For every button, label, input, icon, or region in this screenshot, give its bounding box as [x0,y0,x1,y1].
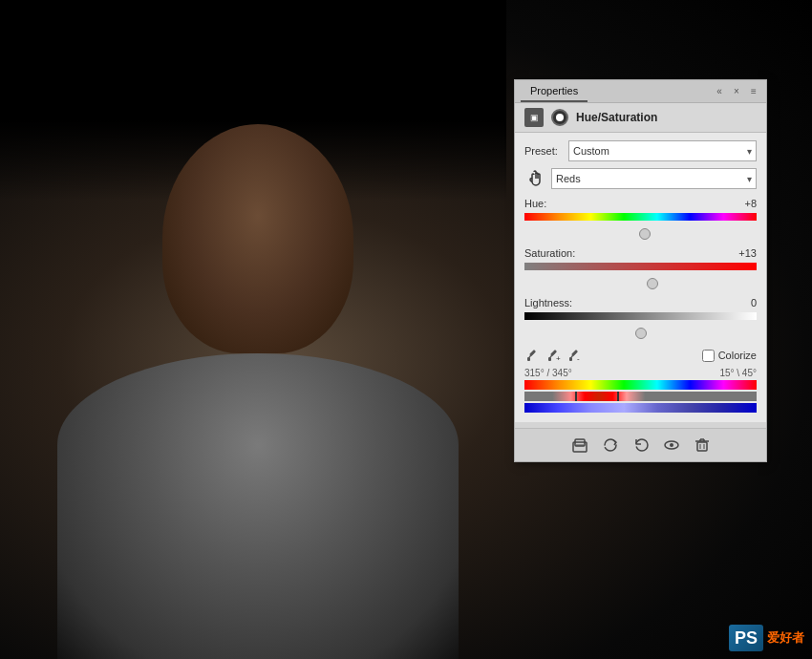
saturation-track-container[interactable] [524,263,757,278]
svg-rect-4 [548,357,551,361]
saturation-label: Saturation: [524,247,575,259]
adjustment-icon: ▣ [524,108,544,127]
color-bars-section: 315° / 345° 15° \ 45° [524,368,757,413]
watermark-site-text: 爱好者 [767,629,804,647]
hue-label: Hue: [524,198,546,209]
lightness-value: 0 [728,297,757,308]
saturation-thumb-container [524,278,757,289]
delete-button[interactable] [692,435,713,456]
watermark-ps-logo: PS [729,625,763,651]
channel-select-wrapper: Reds Yellows Greens Cyans Blues Magentas [551,168,757,189]
subtract-eyedropper-button[interactable]: - [566,347,584,364]
range-label-left: 315° / 345° [524,368,572,378]
hue-track [524,213,757,221]
undo-button[interactable] [630,435,652,456]
blue-spectrum-bar [524,403,757,413]
reset-view-button[interactable] [600,435,621,456]
panel-titlebar: Properties « × ≡ [515,80,766,103]
saturation-value: +13 [728,247,757,259]
saturation-track [524,263,757,270]
lightness-thumb-container [524,328,757,339]
visibility-icon[interactable] [551,109,568,126]
saturation-thumb[interactable] [647,278,658,289]
hue-slider-row: Hue: +8 [524,198,757,240]
visibility-toggle-button[interactable] [661,435,682,456]
panel-controls: « × ≡ [713,85,760,98]
add-eyedropper-button[interactable]: + [545,347,563,364]
range-labels: 315° / 345° 15° \ 45° [524,368,757,378]
hue-track-container[interactable] [524,213,757,228]
lightness-track-container[interactable] [524,312,757,328]
lightness-label: Lightness: [524,297,572,308]
svg-rect-1 [527,357,530,361]
hand-tool-icon[interactable] [524,167,547,190]
watermark: PS 爱好者 [729,625,804,651]
preset-row: Preset: Custom Default Cyanotype Increas… [524,140,757,161]
svg-point-15 [670,443,673,447]
section-title: Hue/Saturation [576,111,657,124]
colorize-checkbox-row[interactable]: Colorize [702,350,757,362]
channel-select[interactable]: Reds Yellows Greens Cyans Blues Magentas [551,168,757,189]
channel-row: Reds Yellows Greens Cyans Blues Magentas [524,167,757,190]
eyedropper-row: + - Colorize [524,347,757,364]
menu-panel-button[interactable]: ≡ [747,85,760,98]
colorize-label[interactable]: Colorize [718,350,757,361]
svg-text:-: - [577,354,580,362]
colorize-checkbox[interactable] [702,350,715,362]
hue-thumb-container [524,228,757,240]
preset-select[interactable]: Custom Default Cyanotype Increase Red Sa… [568,140,757,161]
sample-eyedropper-button[interactable] [524,347,542,364]
saturation-slider-header: Saturation: +13 [524,247,757,259]
preset-label: Preset: [524,145,568,157]
svg-rect-16 [697,442,707,451]
saturation-slider-row: Saturation: +13 [524,247,757,289]
range-label-right: 15° \ 45° [719,368,757,378]
spectrum-color-bar [524,380,757,390]
clip-to-layer-button[interactable] [569,435,590,456]
person-head [162,124,353,353]
preset-select-wrapper: Custom Default Cyanotype Increase Red Sa… [568,140,757,161]
person-body [57,353,459,659]
lightness-slider-header: Lightness: 0 [524,297,757,308]
collapse-panel-button[interactable]: « [713,85,726,98]
lightness-thumb[interactable] [635,328,647,339]
lightness-track [524,312,757,320]
lightness-slider-row: Lightness: 0 [524,297,757,339]
tab-properties[interactable]: Properties [521,81,588,102]
panel-tabs: Properties [521,81,588,102]
close-panel-button[interactable]: × [730,85,743,98]
hue-thumb[interactable] [639,228,651,240]
reds-range-bar [524,392,757,401]
panel-bottom-toolbar [515,428,766,461]
svg-rect-8 [569,357,572,361]
hue-value: +8 [728,198,757,209]
panel-body: Preset: Custom Default Cyanotype Increas… [515,133,766,422]
properties-panel: Properties « × ≡ ▣ Hue/Saturation Preset… [514,79,767,462]
hue-slider-header: Hue: +8 [524,198,757,209]
svg-text:+: + [556,354,561,362]
